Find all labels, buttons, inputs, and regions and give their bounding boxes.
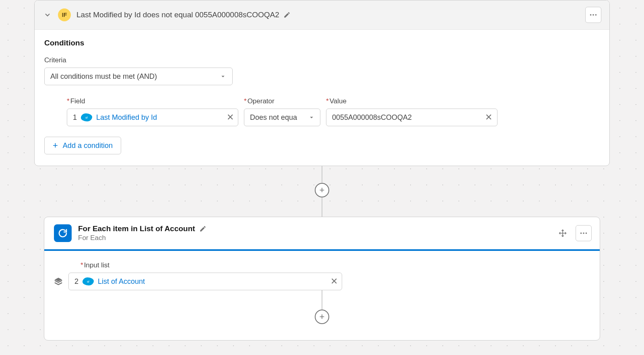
required-star: * bbox=[244, 97, 247, 105]
condition-row: *Field 1 sf Last Modified by Id ✕ *Opera… bbox=[44, 97, 600, 126]
operator-value: Does not equa bbox=[250, 113, 305, 122]
connector: + bbox=[34, 166, 610, 217]
value-label: *Value bbox=[326, 97, 497, 105]
criteria-label: Criteria bbox=[44, 56, 600, 64]
inner-connector: + bbox=[54, 290, 590, 324]
add-condition-button[interactable]: + Add a condition bbox=[44, 137, 121, 154]
if-title-text: Last Modified by Id does not equal 0055A… bbox=[76, 10, 279, 19]
more-button[interactable] bbox=[585, 7, 601, 23]
clear-value-icon[interactable]: ✕ bbox=[485, 112, 492, 123]
if-title: Last Modified by Id does not equal 0055A… bbox=[76, 10, 580, 19]
salesforce-cloud-icon: sf bbox=[81, 113, 92, 121]
foreach-card: For Each item in List of Account For Eac… bbox=[44, 217, 600, 341]
svg-point-0 bbox=[590, 14, 592, 16]
add-inner-step-button[interactable]: + bbox=[315, 310, 329, 324]
foreach-body: *Input list 2 sf List of Account ✕ + bbox=[44, 251, 600, 324]
svg-point-3 bbox=[580, 232, 582, 234]
svg-point-1 bbox=[592, 14, 594, 16]
foreach-header: For Each item in List of Account For Eac… bbox=[44, 217, 600, 249]
required-star: * bbox=[67, 97, 70, 105]
add-condition-label: Add a condition bbox=[63, 142, 113, 150]
field-value: Last Modified by Id bbox=[96, 113, 223, 122]
salesforce-cloud-icon: sf bbox=[83, 277, 94, 285]
conditions-heading: Conditions bbox=[44, 39, 600, 47]
connector-line bbox=[322, 166, 322, 183]
input-list-picker[interactable]: 2 sf List of Account ✕ bbox=[68, 273, 342, 290]
criteria-value: All conditions must be met (AND) bbox=[50, 72, 157, 81]
clear-input-list-icon[interactable]: ✕ bbox=[330, 276, 338, 287]
required-star: * bbox=[80, 261, 83, 269]
field-picker[interactable]: 1 sf Last Modified by Id ✕ bbox=[67, 109, 238, 126]
field-label: *Field bbox=[67, 97, 238, 105]
foreach-subtitle: For Each bbox=[78, 234, 550, 242]
value-input[interactable]: 0055A000008sCOOQA2 ✕ bbox=[326, 109, 497, 126]
if-card: IF Last Modified by Id does not equal 00… bbox=[34, 0, 610, 166]
connector-line bbox=[322, 197, 322, 217]
value-text: 0055A000008sCOOQA2 bbox=[332, 113, 412, 122]
if-card-header: IF Last Modified by Id does not equal 00… bbox=[35, 0, 609, 30]
foreach-title-row: For Each item in List of Account bbox=[78, 224, 550, 233]
operator-select[interactable]: Does not equa bbox=[244, 109, 320, 126]
connector-line bbox=[322, 290, 322, 310]
pencil-icon[interactable] bbox=[283, 11, 291, 18]
svg-point-2 bbox=[595, 14, 597, 16]
input-list-value: List of Account bbox=[98, 277, 326, 286]
clear-field-icon[interactable]: ✕ bbox=[227, 112, 234, 123]
required-star: * bbox=[326, 97, 329, 105]
stack-icon bbox=[54, 277, 63, 286]
svg-point-5 bbox=[586, 232, 587, 234]
if-badge: IF bbox=[58, 8, 71, 21]
input-list-index: 2 bbox=[74, 277, 78, 286]
svg-point-4 bbox=[583, 232, 584, 234]
more-button[interactable] bbox=[576, 225, 592, 241]
criteria-select[interactable]: All conditions must be met (AND) bbox=[44, 68, 233, 85]
foreach-badge-icon bbox=[54, 224, 72, 242]
input-list-label: *Input list bbox=[54, 261, 590, 269]
condition-index: 1 bbox=[73, 113, 77, 122]
operator-label: *Operator bbox=[244, 97, 320, 105]
add-step-button[interactable]: + bbox=[315, 183, 329, 197]
pencil-icon[interactable] bbox=[199, 225, 206, 232]
if-card-body: Conditions Criteria All conditions must … bbox=[35, 30, 609, 166]
foreach-title: For Each item in List of Account bbox=[78, 224, 195, 233]
move-icon[interactable] bbox=[556, 227, 569, 240]
chevron-down-icon[interactable] bbox=[43, 8, 52, 21]
